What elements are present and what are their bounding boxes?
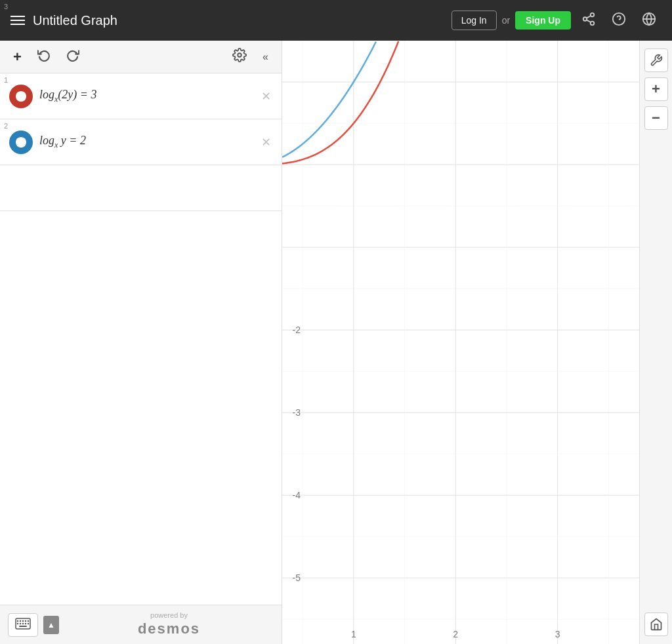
- expression-toolbar: + «: [0, 41, 282, 73]
- bottom-bar: ▲ powered by desmos: [0, 605, 282, 644]
- wrench-button[interactable]: [644, 49, 668, 72]
- expr-number-1: 1: [4, 76, 8, 84]
- svg-point-1: [583, 17, 587, 21]
- svg-point-0: [591, 12, 595, 16]
- plus-icon: +: [652, 82, 660, 96]
- graph-svg: [282, 41, 639, 644]
- globe-button[interactable]: [637, 9, 662, 32]
- minus-icon: −: [652, 111, 660, 125]
- undo-button[interactable]: [32, 46, 56, 68]
- powered-by-area: powered by desmos: [64, 611, 274, 639]
- header: Untitled Graph Log In or Sign Up: [0, 0, 672, 41]
- expression-item-1[interactable]: 1 logx(2y) = 3 ✕: [0, 73, 282, 119]
- keyboard-icon: [15, 618, 31, 630]
- help-button[interactable]: [606, 9, 631, 32]
- svg-point-9: [238, 53, 242, 57]
- home-button[interactable]: [644, 613, 668, 636]
- keyboard-button[interactable]: [8, 613, 38, 637]
- auth-area: Log In or Sign Up: [452, 9, 662, 32]
- share-icon: [581, 12, 596, 26]
- main-layout: + «: [0, 41, 672, 644]
- collapse-button[interactable]: «: [257, 49, 274, 66]
- menu-button[interactable]: [10, 16, 25, 25]
- home-icon: [650, 618, 663, 631]
- expand-button[interactable]: ▲: [43, 616, 59, 634]
- redo-button[interactable]: [61, 46, 85, 68]
- graph-area[interactable]: [282, 41, 639, 644]
- expression-list: 1 logx(2y) = 3 ✕ 2: [0, 73, 282, 605]
- expr-math-1: logx(2y) = 3: [39, 88, 257, 104]
- redo-icon: [66, 49, 79, 62]
- svg-line-4: [587, 15, 591, 18]
- login-button[interactable]: Log In: [452, 10, 497, 30]
- expression-item-2[interactable]: 2 logx y = 2 ✕: [0, 119, 282, 165]
- signup-button[interactable]: Sign Up: [515, 11, 571, 30]
- zoom-out-button[interactable]: −: [644, 106, 668, 130]
- wrench-icon: [650, 54, 663, 67]
- expression-item-3[interactable]: 3: [0, 165, 282, 211]
- settings-button[interactable]: [227, 45, 252, 68]
- remove-expr-1-button[interactable]: ✕: [257, 87, 275, 106]
- expr-math-2: logx y = 2: [39, 134, 257, 150]
- globe-icon: [642, 12, 656, 26]
- blue-curve-icon: [9, 131, 33, 154]
- red-curve-icon: [9, 85, 33, 108]
- expr-number-2: 2: [4, 122, 8, 130]
- remove-expr-2-button[interactable]: ✕: [257, 132, 275, 152]
- or-text: or: [502, 15, 510, 26]
- powered-by-text: powered by: [64, 611, 274, 620]
- svg-point-2: [591, 21, 595, 24]
- help-icon: [612, 12, 626, 26]
- share-button[interactable]: [576, 9, 601, 32]
- right-toolbar: + −: [639, 41, 672, 644]
- page-title: Untitled Graph: [33, 13, 444, 28]
- zoom-in-button[interactable]: +: [644, 77, 668, 101]
- svg-line-3: [587, 20, 591, 22]
- desmos-brand: desmos: [64, 620, 274, 639]
- left-panel: + «: [0, 41, 282, 644]
- undo-icon: [37, 49, 51, 62]
- settings-icon: [232, 48, 247, 62]
- add-expression-button[interactable]: +: [8, 46, 27, 68]
